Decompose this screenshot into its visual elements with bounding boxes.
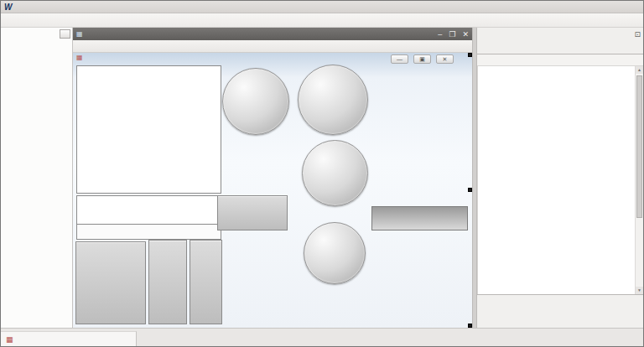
form-maximize-button[interactable]: ▣	[413, 54, 431, 64]
gauge-dial-orange-band[interactable]	[304, 222, 366, 284]
canvas-form-header: ▦	[76, 54, 86, 61]
bar-graph-widget[interactable]	[75, 241, 146, 324]
level-gauge-widget[interactable]	[190, 240, 222, 324]
mdi-close-button[interactable]: ✕	[462, 30, 469, 39]
tree-collapse-button[interactable]	[60, 29, 70, 39]
screen-window-controls: – ❐ ✕	[438, 30, 469, 39]
gauge-quarter[interactable]	[237, 244, 301, 324]
seven-segment-silver[interactable]	[371, 233, 468, 255]
telegram-chat-input[interactable]	[76, 195, 221, 225]
main-body: ▦ – ❐ ✕ ▦ — ▣ ✕	[1, 28, 643, 328]
linear-gauge-navy[interactable]	[371, 106, 468, 137]
seven-segment-blue[interactable]	[371, 256, 468, 278]
screen-window-titlebar[interactable]: ▦ – ❐ ✕	[73, 28, 472, 40]
design-canvas[interactable]: ▦ — ▣ ✕	[73, 53, 472, 328]
mdi-minimize-button[interactable]: –	[438, 30, 442, 39]
canvas-form-controls: — ▣ ✕	[386, 54, 454, 64]
scroll-down-icon[interactable]: ▼	[636, 287, 643, 294]
project-tree	[1, 28, 73, 328]
mechanical-counter-display[interactable]	[371, 206, 468, 230]
main-toolbar	[1, 13, 643, 28]
properties-panel: ⊡ ▲ ▼	[477, 28, 643, 328]
app-window: W ▦	[0, 0, 644, 347]
gauge-panel-arc[interactable]	[217, 195, 288, 230]
mdi-area: ▦ – ❐ ✕ ▦ — ▣ ✕	[73, 28, 472, 328]
thermometer-widget[interactable]	[148, 240, 187, 324]
form-minimize-button[interactable]: —	[391, 54, 408, 64]
linear-gauge-selected[interactable]	[371, 141, 468, 172]
scroll-up-icon[interactable]: ▲	[636, 66, 643, 74]
properties-tabs	[477, 40, 643, 54]
app-logo-icon: W	[4, 3, 12, 12]
property-description	[477, 294, 643, 328]
property-grid-scrollbar[interactable]: ▲ ▼	[635, 66, 643, 294]
send-button[interactable]	[76, 225, 221, 240]
property-grid	[477, 66, 635, 294]
mdi-restore-button[interactable]: ❐	[449, 30, 455, 39]
designer-toolbar	[73, 40, 472, 53]
statusbar-screen-tab[interactable]: ▦	[1, 331, 137, 346]
gauge-dial-odometer[interactable]	[302, 140, 368, 206]
form-close-button[interactable]: ✕	[436, 54, 454, 64]
statusbar: ▦	[1, 328, 643, 346]
panel-pin-icon[interactable]: ⊡	[634, 30, 641, 39]
linear-gauge-silver[interactable]	[371, 70, 468, 101]
telegram-chat-history[interactable]	[76, 65, 221, 194]
screen-window-icon: ▦	[76, 30, 83, 38]
seven-segment-white[interactable]	[371, 308, 468, 328]
linear-gauge-white[interactable]	[371, 173, 468, 204]
titlebar: W	[1, 1, 643, 13]
gauge-dial-gray[interactable]	[222, 68, 289, 135]
gauge-halfround[interactable]	[217, 138, 292, 189]
gauge-dial-blue[interactable]	[298, 65, 368, 135]
canvas-form-icon: ▦	[76, 54, 83, 61]
scrollbar-thumb[interactable]	[636, 75, 642, 218]
property-grid-toolbar	[477, 54, 643, 66]
seven-segment-navy[interactable]	[371, 280, 468, 306]
properties-panel-header: ⊡	[477, 28, 643, 40]
statusbar-screen-icon: ▦	[6, 335, 13, 344]
